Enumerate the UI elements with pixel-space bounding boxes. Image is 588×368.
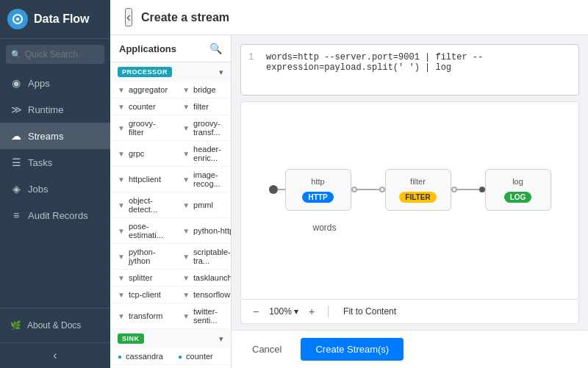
port-dot bbox=[379, 187, 385, 192]
filter-icon: ▼ bbox=[118, 274, 125, 282]
list-item[interactable]: ▼header-enric... bbox=[175, 141, 231, 167]
main-content: ‹ Create a stream Applications 🔍 PROCESS… bbox=[110, 0, 588, 368]
back-button[interactable]: ‹ bbox=[125, 8, 132, 26]
http-node-box: http HTTP bbox=[285, 169, 351, 211]
flow-canvas[interactable]: http HTTP fil bbox=[240, 101, 579, 300]
http-badge: HTTP bbox=[302, 192, 333, 203]
list-item[interactable]: ▼tasklaunchr... bbox=[175, 270, 231, 286]
sidebar-item-jobs-label: Jobs bbox=[28, 184, 48, 195]
list-item[interactable]: ▼grpc bbox=[110, 141, 175, 167]
log-node[interactable]: log LOG bbox=[485, 169, 551, 211]
sink-badge: SINK bbox=[118, 333, 144, 344]
port-dot bbox=[351, 187, 357, 192]
list-item[interactable]: ▼tcp-client bbox=[110, 286, 175, 303]
applications-search-icon[interactable]: 🔍 bbox=[209, 43, 222, 54]
sink-chevron-icon[interactable]: ▾ bbox=[219, 334, 223, 344]
apps-grid: ▼aggregator ▼bridge ▼counter ▼filter ▼gr… bbox=[110, 82, 231, 329]
main-header: ‹ Create a stream bbox=[110, 0, 588, 35]
collapse-icon: ‹ bbox=[53, 349, 57, 362]
list-item[interactable]: ▼httpclient bbox=[110, 167, 175, 192]
sidebar-header: Data Flow bbox=[0, 0, 110, 39]
sidebar: Data Flow 🔍 ◉ Apps ≫ Runtime ☁ Streams ☰… bbox=[0, 0, 110, 368]
log-node-box: log LOG bbox=[485, 169, 551, 211]
filter-icon: ▼ bbox=[182, 150, 190, 158]
zoom-value: 100% bbox=[269, 306, 292, 317]
filter-icon: ▼ bbox=[182, 274, 190, 282]
http-node[interactable]: http HTTP bbox=[285, 169, 351, 211]
log-node-label: log bbox=[499, 177, 537, 186]
list-item[interactable]: ▼image-recog... bbox=[175, 167, 231, 192]
start-dot bbox=[269, 185, 278, 194]
filter-icon: ▼ bbox=[182, 291, 190, 299]
applications-panel: Applications 🔍 PROCESSOR ▾ ▼aggregator ▼… bbox=[110, 35, 232, 368]
stream-definition-editor[interactable]: 1 words=http --server.port=9001 | filter… bbox=[240, 44, 579, 95]
sink-category-header: SINK ▾ bbox=[110, 329, 231, 348]
connector-2 bbox=[451, 187, 485, 192]
cancel-button[interactable]: Cancel bbox=[240, 338, 293, 361]
list-item[interactable]: ● cassandra bbox=[110, 348, 171, 365]
flow-diagram: http HTTP fil bbox=[269, 169, 551, 233]
filter-badge: FILTER bbox=[399, 192, 436, 203]
list-item[interactable]: ▼aggregator bbox=[110, 82, 175, 98]
canvas-toolbar: − 100% ▾ + Fit to Content bbox=[240, 300, 579, 324]
filter-icon: ▼ bbox=[118, 103, 125, 111]
sidebar-nav: ◉ Apps ≫ Runtime ☁ Streams ☰ Tasks ◈ Job… bbox=[0, 70, 110, 308]
list-item[interactable]: ▼groovy-transf... bbox=[175, 115, 231, 141]
list-item[interactable]: ▼splitter bbox=[110, 270, 175, 286]
canvas-content: http HTTP fil bbox=[241, 102, 578, 299]
connector-1 bbox=[351, 187, 385, 192]
list-item[interactable]: ▼transform bbox=[110, 303, 175, 329]
sidebar-footer: 🌿 About & Docs bbox=[0, 308, 110, 342]
log-badge: LOG bbox=[504, 192, 532, 203]
filter-node-box: filter FILTER bbox=[385, 169, 451, 211]
filter-node-label: filter bbox=[399, 177, 437, 186]
list-item[interactable]: ▼python-jython bbox=[110, 244, 175, 270]
code-line: 1 words=http --server.port=9001 | filter… bbox=[248, 52, 571, 73]
sidebar-collapse-button[interactable]: ‹ bbox=[0, 342, 110, 368]
list-item[interactable]: ▼python-http bbox=[175, 218, 231, 244]
processor-chevron-icon[interactable]: ▾ bbox=[219, 68, 223, 77]
sidebar-item-tasks[interactable]: ☰ Tasks bbox=[0, 149, 110, 176]
filter-icon: ▼ bbox=[182, 312, 190, 320]
list-item[interactable]: ▼tensorflow bbox=[175, 286, 231, 303]
sidebar-item-jobs[interactable]: ◈ Jobs bbox=[0, 176, 110, 202]
list-item[interactable]: ▼scriptable-tra... bbox=[175, 244, 231, 270]
processor-category-header: PROCESSOR ▾ bbox=[110, 62, 231, 82]
filter-icon: ▼ bbox=[118, 150, 125, 158]
list-item[interactable]: ▼pmml bbox=[175, 192, 231, 218]
source-icon: ● bbox=[178, 353, 182, 361]
zoom-level-selector[interactable]: 100% ▾ bbox=[269, 306, 298, 317]
audit-icon: ≡ bbox=[10, 209, 22, 221]
page-title: Create a stream bbox=[141, 11, 229, 24]
list-item[interactable]: ▼groovy-filter bbox=[110, 115, 175, 141]
sidebar-item-apps[interactable]: ◉ Apps bbox=[0, 70, 110, 96]
list-item[interactable]: ● counter bbox=[171, 348, 231, 365]
zoom-out-button[interactable]: − bbox=[250, 304, 262, 319]
sidebar-item-tasks-label: Tasks bbox=[28, 157, 52, 168]
sidebar-item-runtime[interactable]: ≫ Runtime bbox=[0, 96, 110, 123]
create-stream-button[interactable]: Create Stream(s) bbox=[301, 338, 404, 361]
source-icon: ● bbox=[118, 353, 122, 361]
app-logo bbox=[7, 9, 28, 29]
sidebar-item-streams[interactable]: ☁ Streams bbox=[0, 123, 110, 149]
filter-icon: ▼ bbox=[182, 201, 190, 209]
list-item[interactable]: ▼filter bbox=[175, 98, 231, 115]
panel-header: Applications 🔍 bbox=[110, 35, 231, 62]
list-item[interactable]: ▼counter bbox=[110, 98, 175, 115]
port-dot-filled bbox=[479, 187, 485, 192]
fit-to-content-button[interactable]: Fit to Content bbox=[339, 305, 401, 318]
filter-node[interactable]: filter FILTER bbox=[385, 169, 451, 211]
line-number: 1 bbox=[248, 52, 259, 73]
runtime-icon: ≫ bbox=[10, 104, 22, 115]
list-item[interactable]: ▼twitter-senti... bbox=[175, 303, 231, 329]
list-item[interactable]: ▼object-detect... bbox=[110, 192, 175, 218]
filter-icon: ▼ bbox=[182, 103, 190, 111]
zoom-in-button[interactable]: + bbox=[306, 304, 318, 319]
list-item[interactable]: ▼bridge bbox=[175, 82, 231, 98]
list-item[interactable]: ▼pose-estimati... bbox=[110, 218, 175, 244]
sidebar-item-audit[interactable]: ≡ Audit Records bbox=[0, 202, 110, 228]
search-container: 🔍 bbox=[6, 45, 104, 64]
processor-apps-list: ▼aggregator ▼bridge ▼counter ▼filter ▼gr… bbox=[110, 82, 231, 368]
about-docs-item[interactable]: 🌿 About & Docs bbox=[10, 316, 100, 335]
sidebar-item-runtime-label: Runtime bbox=[28, 104, 63, 115]
